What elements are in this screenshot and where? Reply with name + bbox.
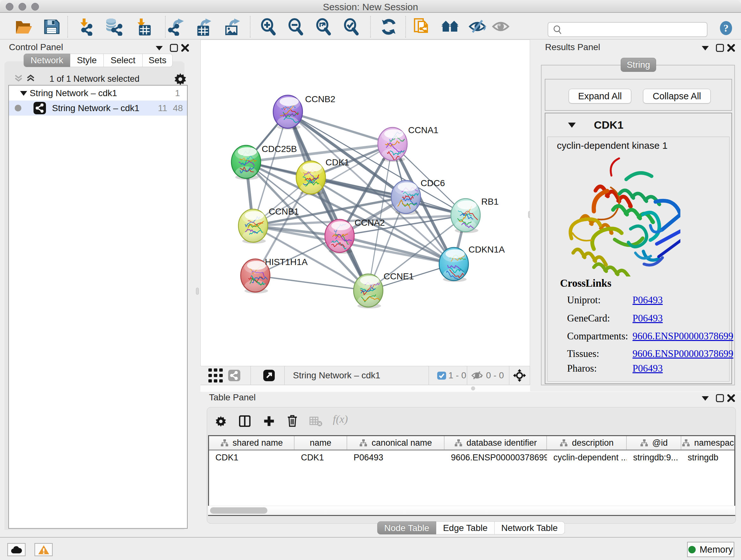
open-in-window-icon[interactable]	[263, 366, 275, 385]
column-header-namespac[interactable]: namespac	[681, 436, 734, 449]
hidden-eye-icon[interactable]	[471, 366, 483, 385]
home-button[interactable]	[441, 18, 459, 35]
cell-canonical-name[interactable]: P06493	[347, 450, 445, 465]
column-header-canonical-name[interactable]: canonical name	[347, 436, 445, 449]
node-CCNB1[interactable]	[239, 209, 268, 244]
birdseye-grid-icon[interactable]	[208, 366, 223, 385]
delete-icon[interactable]	[287, 415, 298, 427]
network-tree-row[interactable]: String Network – cdk11	[9, 85, 187, 101]
collapse-node-arrow[interactable]	[568, 122, 576, 128]
import-network-database-button[interactable]	[105, 18, 123, 35]
svg-text:?: ?	[724, 22, 729, 34]
save-session-button[interactable]	[43, 18, 60, 35]
export-table-button[interactable]	[195, 18, 212, 35]
tab-select[interactable]: Select	[104, 54, 143, 67]
network-nodes: CCNB2CCNA1CDC25BCDK1CDC6RB1CCNB1CCNA2CDK…	[231, 94, 505, 308]
tree-row-label: String Network – cdk1	[52, 103, 139, 113]
export-network-button[interactable]	[167, 18, 185, 35]
hide-selected-button[interactable]	[469, 18, 487, 35]
open-session-button[interactable]	[14, 18, 32, 35]
export-image-button[interactable]	[223, 18, 241, 35]
crosslink-label: GeneCard:	[567, 313, 632, 324]
tab-edge-table[interactable]: Edge Table	[436, 521, 495, 535]
table-panel-window-controls[interactable]	[701, 394, 736, 402]
node-CDC25B[interactable]	[231, 141, 261, 180]
tab-string[interactable]: String	[621, 58, 656, 72]
collapse-all-button[interactable]: Collapse All	[643, 89, 711, 104]
crosslink-link[interactable]: 9606.ENSP00000378699	[632, 348, 733, 360]
zoom-out-button[interactable]	[286, 18, 305, 35]
left-splitter-grip[interactable]	[196, 288, 199, 295]
title-bar: Session: New Session	[0, 0, 741, 13]
tab-style[interactable]: Style	[70, 54, 104, 67]
zoom-selected-button[interactable]	[342, 18, 360, 35]
tree-row-count: 1	[175, 88, 180, 98]
cell-database-identifier[interactable]: 9606.ENSP00000378699	[445, 450, 547, 465]
crosslink-link[interactable]: 9606.ENSP00000378699	[632, 330, 733, 342]
refresh-button[interactable]	[380, 18, 398, 35]
tab-network-table[interactable]: Network Table	[495, 521, 565, 535]
fit-content-icon[interactable]	[513, 366, 526, 385]
network-canvas[interactable]: CCNB2CCNA1CDC25BCDK1CDC6RB1CCNB1CCNA2CDK…	[200, 40, 530, 366]
table-columns-icon[interactable]	[239, 415, 251, 427]
warning-status-button[interactable]	[35, 543, 53, 556]
node-CCNE1[interactable]	[354, 274, 383, 308]
tab-network[interactable]: Network	[23, 54, 70, 67]
network-view-toolbar: String Network – cdk1 1 - 0 0 - 0	[200, 366, 530, 385]
import-network-file-button[interactable]	[77, 18, 94, 35]
column-header-shared-name[interactable]: shared name	[209, 436, 294, 449]
selected-checkbox[interactable]	[437, 366, 446, 385]
cell-description[interactable]: cyclin-dependent ...	[547, 450, 627, 465]
toolbar-separator	[428, 366, 429, 385]
node-CDKN1A[interactable]	[439, 247, 468, 282]
crosslink-row: Tissues:9606.ENSP00000378699	[567, 348, 733, 360]
copy-button[interactable]	[413, 18, 431, 35]
toolbar-separator	[67, 16, 68, 38]
tree-row-label: String Network – cdk1	[30, 88, 117, 98]
crosslink-link[interactable]: P06493	[632, 294, 663, 306]
add-column-icon[interactable]	[263, 415, 275, 427]
help-button[interactable]: ?	[717, 20, 735, 37]
table-horizontal-scrollbar[interactable]	[208, 506, 735, 515]
control-panel: Control Panel NetworkStyleSelectSets 1 o…	[0, 40, 192, 537]
control-panel-window-controls[interactable]	[155, 44, 190, 52]
import-table-button[interactable]	[134, 18, 151, 35]
crosslink-row: Pharos:P06493	[567, 363, 663, 374]
gear-icon[interactable]	[174, 73, 186, 85]
panel-close-icon	[182, 45, 188, 51]
column-header-@id[interactable]: @id	[627, 436, 681, 449]
cell-@id[interactable]: stringdb:9...	[627, 450, 681, 465]
zoom-in-button[interactable]	[259, 18, 277, 35]
tab-sets[interactable]: Sets	[143, 54, 173, 67]
results-panel-title: Results Panel	[545, 42, 600, 52]
cloud-status-button[interactable]	[7, 543, 25, 556]
zoom-fit-button[interactable]	[314, 18, 332, 35]
node-RB1[interactable]	[451, 199, 480, 233]
cell-namespac[interactable]: stringdb	[681, 450, 734, 465]
tree-expand-arrow[interactable]	[20, 91, 27, 97]
cell-shared-name[interactable]: CDK1	[209, 450, 294, 465]
selected-counts: 1 - 0	[448, 366, 466, 385]
crosslink-row: GeneCard:P06493	[567, 313, 663, 324]
column-header-description[interactable]: description	[547, 436, 627, 449]
column-header-name[interactable]: name	[294, 436, 347, 449]
memory-status-dot	[688, 546, 696, 553]
column-header-database-identifier[interactable]: database identifier	[445, 436, 547, 449]
tab-node-table[interactable]: Node Table	[377, 521, 436, 535]
node-CCNA1[interactable]	[378, 127, 407, 162]
results-panel-window-controls[interactable]	[701, 44, 736, 52]
show-all-button[interactable]	[492, 18, 510, 35]
node-label-RB1: RB1	[481, 197, 498, 206]
crosslinks-title: CrossLinks	[560, 277, 611, 289]
crosslink-link[interactable]: P06493	[632, 363, 663, 374]
expand-all-button[interactable]: Expand All	[569, 89, 631, 104]
share-network-icon[interactable]	[228, 366, 240, 385]
cell-name[interactable]: CDK1	[294, 450, 347, 465]
search-input[interactable]	[548, 22, 708, 37]
search-icon	[553, 24, 562, 35]
crosslink-link[interactable]: P06493	[632, 313, 663, 324]
network-tree-row[interactable]: String Network – cdk11148	[9, 101, 187, 116]
table-settings-gear-icon[interactable]	[215, 416, 226, 427]
node-label-CCNE1: CCNE1	[384, 271, 414, 281]
memory-button[interactable]: Memory	[687, 542, 734, 557]
